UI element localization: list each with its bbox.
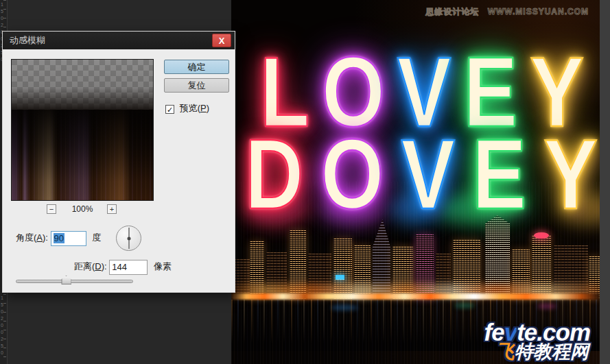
neon-text-line2: D O V E Y — [245, 125, 598, 223]
waterline-lights — [231, 293, 600, 300]
neon-letter: Y — [543, 125, 598, 223]
ruler-digits: 1 5 0 2 0 0 2 5 0 — [1, 295, 5, 362]
red-tower-light — [534, 232, 548, 239]
fevte-logo-line1: fevte.com — [484, 321, 590, 343]
plus-icon: + — [110, 205, 114, 213]
zoom-level: 100% — [11, 204, 154, 214]
panel-edge-strip — [600, 0, 610, 364]
watermark-site-url: WWW.MISSYUAN.COM — [488, 7, 589, 16]
distance-unit: 像素 — [154, 261, 172, 271]
distance-row: 距离(D): 144 像素 — [74, 259, 172, 274]
neon-letter: D — [245, 125, 303, 223]
zoom-out-button[interactable]: − — [47, 204, 56, 214]
watermark-text: 思缘设计论坛 WWW.MISSYUAN.COM — [420, 6, 589, 18]
close-icon: X — [219, 36, 225, 46]
neon-letter: E — [472, 125, 526, 223]
zoom-in-button[interactable]: + — [107, 204, 117, 214]
angle-dial[interactable] — [116, 226, 141, 251]
minus-icon: − — [49, 205, 54, 213]
slider-track[interactable] — [16, 280, 133, 283]
neon-letter: V — [401, 125, 455, 223]
angle-unit: 度 — [92, 232, 101, 243]
preview-zoom-controls: 100% − + — [11, 204, 154, 215]
dialog-titlebar[interactable]: 动感模糊 X — [3, 32, 235, 49]
dialog-body: 100% − + 确定 复位 ✓ 预览(P) 角度(A): 90 度 — [3, 49, 235, 292]
angle-input[interactable]: 90 — [51, 231, 86, 246]
preview-blur-streaks — [12, 110, 153, 201]
document-canvas: 思缘设计论坛 WWW.MISSYUAN.COM — [231, 0, 600, 364]
close-button[interactable]: X — [212, 34, 231, 47]
reset-button[interactable]: 复位 — [164, 78, 229, 93]
fevte-logo-line2: 飞特教程网 — [484, 343, 589, 361]
ok-button[interactable]: 确定 — [164, 60, 229, 74]
preview-checkbox[interactable]: ✓ — [165, 105, 174, 114]
fevte-logo: fevte.com 飞特教程网 — [484, 321, 590, 361]
motion-blur-dialog: 动感模糊 X 100% − + 确定 复位 — [2, 31, 235, 293]
logo-text: 特教程网 — [515, 341, 589, 362]
logo-text-orange: 飞 — [496, 341, 515, 362]
neon-letter: O — [320, 125, 384, 223]
dialog-title: 动感模糊 — [10, 35, 45, 45]
watermark-site-name: 思缘设计论坛 — [425, 7, 479, 16]
distance-input[interactable]: 144 — [109, 260, 148, 275]
neon-billboard — [336, 275, 344, 280]
angle-dial-center — [127, 236, 130, 240]
distance-label: 距离(D): — [74, 261, 107, 271]
photoshop-workspace: 1 5 0 2 0 0 2 5 0 1 5 0 2 0 0 2 5 0 思缘设计… — [0, 0, 610, 364]
angle-row: 角度(A): 90 度 — [16, 230, 101, 245]
angle-label: 角度(A): — [16, 232, 48, 243]
distance-slider[interactable] — [16, 278, 133, 284]
checkerboard-shading — [12, 60, 153, 110]
slider-thumb[interactable] — [61, 276, 71, 284]
preview-checkbox-row: ✓ 预览(P) — [165, 102, 209, 113]
preview-checkbox-label: 预览(P) — [180, 103, 209, 113]
filter-preview[interactable] — [11, 59, 154, 201]
